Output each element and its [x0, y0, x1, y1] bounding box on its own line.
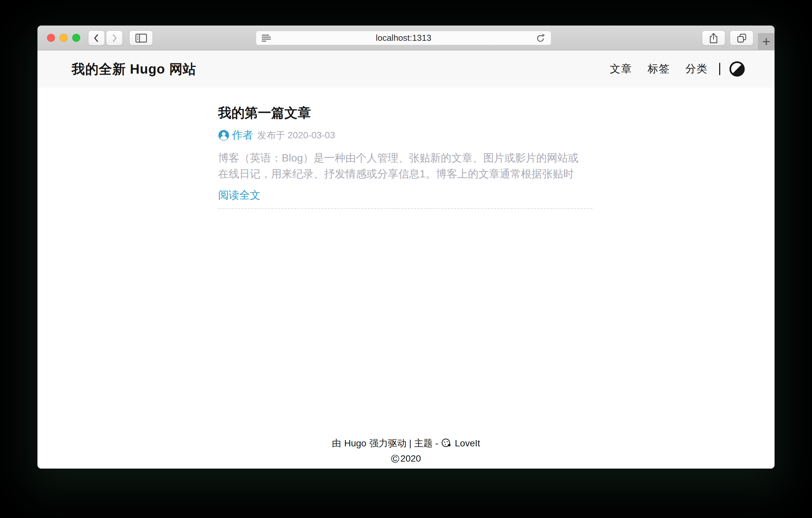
site-footer: 由 Hugo 强力驱动 | 主题 - LoveIt © 2020 [37, 438, 775, 464]
footer-text: 由 [332, 438, 341, 449]
user-circle-icon [218, 130, 229, 141]
copyright-icon: © [391, 453, 399, 464]
page-content: 我的第一篇文章 作者 发布于 [37, 87, 775, 469]
reload-icon[interactable] [535, 33, 546, 43]
site-title-link[interactable]: 我的全新 Hugo 网站 [71, 60, 196, 78]
summary-line: 在线日记，用来纪录、抒发情感或分享信息1。博客上的文章通常根据张贴时 [218, 166, 592, 182]
post-summary: 博客（英语：Blog）是一种由个人管理、张贴新的文章、图片或影片的网站或 在线日… [218, 150, 592, 182]
minimize-window-button[interactable] [60, 34, 68, 42]
kiss-wink-heart-icon [441, 438, 452, 449]
nav-separator [719, 63, 720, 75]
nav-item-tags[interactable]: 标签 [648, 62, 670, 76]
read-more-link[interactable]: 阅读全文 [218, 187, 261, 203]
reader-icon[interactable] [261, 34, 271, 42]
new-tab-button[interactable]: + [758, 33, 775, 50]
post-divider [218, 208, 592, 209]
forward-button[interactable] [106, 30, 123, 46]
plus-icon: + [762, 35, 771, 49]
chevron-left-icon [93, 33, 100, 43]
share-icon [709, 32, 718, 44]
theme-link[interactable]: LoveIt [455, 438, 480, 449]
safari-window: localhost:1313 [37, 26, 775, 469]
publish-info: 发布于 2020-03-03 [257, 129, 335, 142]
back-button[interactable] [88, 30, 105, 46]
publish-date: 2020-03-03 [288, 130, 335, 140]
sidebar-icon [135, 33, 147, 43]
author-link[interactable]: 作者 [218, 128, 253, 143]
author-name: 作者 [232, 128, 253, 143]
browser-toolbar: localhost:1313 [37, 26, 775, 50]
tabs-icon [737, 33, 747, 43]
chevron-right-icon [111, 33, 118, 43]
hugo-link[interactable]: Hugo [344, 438, 366, 449]
footer-copyright-line: © 2020 [37, 453, 775, 464]
nav-item-posts[interactable]: 文章 [610, 62, 632, 76]
show-tabs-button[interactable] [730, 30, 753, 46]
footer-powered-line: 由 Hugo 强力驱动 | 主题 - LoveIt [332, 438, 480, 449]
summary-line: 博客（英语：Blog）是一种由个人管理、张贴新的文章、图片或影片的网站或 [218, 150, 592, 166]
close-window-button[interactable] [47, 34, 55, 42]
copyright-year: 2020 [400, 453, 421, 464]
window-controls [47, 34, 80, 42]
url-text: localhost:1313 [256, 33, 551, 43]
post-meta: 作者 发布于 2020-03-03 [218, 128, 592, 143]
screenshot-stage: localhost:1313 [0, 0, 812, 518]
main-nav: 文章 标签 分类 [594, 61, 745, 77]
theme-toggle-icon[interactable] [729, 61, 745, 77]
footer-text: 强力驱动 | 主题 - [369, 438, 438, 449]
site-header: 我的全新 Hugo 网站 文章 标签 分类 [37, 50, 775, 87]
share-button[interactable] [702, 30, 725, 46]
address-bar[interactable]: localhost:1313 [256, 31, 551, 45]
post-summary-card: 我的第一篇文章 作者 发布于 [218, 87, 592, 209]
zoom-window-button[interactable] [72, 34, 80, 42]
post-title-link[interactable]: 我的第一篇文章 [218, 105, 592, 121]
sidebar-toggle-button[interactable] [129, 30, 153, 46]
nav-item-categories[interactable]: 分类 [686, 62, 708, 76]
